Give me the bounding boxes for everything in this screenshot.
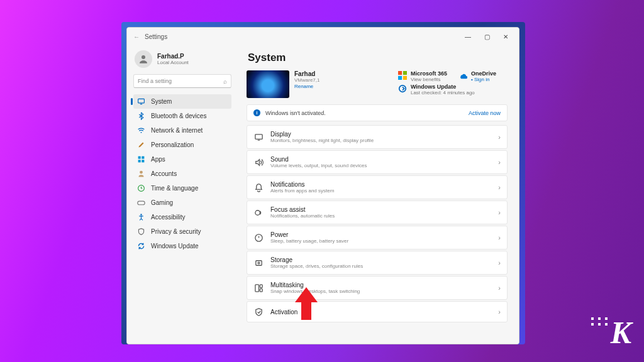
svg-rect-13: [403, 76, 407, 80]
setting-card-power[interactable]: PowerSleep, battery usage, battery saver…: [247, 226, 508, 250]
sidebar-item-network-internet[interactable]: Network & internet: [133, 123, 231, 138]
rename-link[interactable]: Rename: [294, 84, 319, 89]
alert-text: Windows isn't activated.: [265, 110, 326, 116]
card-icon: [253, 233, 264, 243]
activate-link[interactable]: Activate now: [469, 110, 501, 116]
search-input[interactable]: Find a setting ⌕: [133, 74, 231, 88]
close-button[interactable]: ✕: [496, 28, 515, 45]
setting-card-focus-assist[interactable]: Focus assistNotifications, automatic rul…: [247, 200, 508, 224]
update-icon: [137, 242, 145, 250]
user-sub: Local Account: [157, 60, 189, 65]
sidebar-item-label: Gaming: [151, 199, 173, 206]
search-icon: ⌕: [223, 78, 227, 85]
chevron-right-icon: ›: [498, 209, 501, 216]
sidebar-item-label: Apps: [151, 156, 165, 163]
svg-rect-8: [138, 201, 145, 205]
sidebar-item-system[interactable]: System: [133, 94, 231, 109]
window-title: Settings: [145, 33, 167, 40]
setting-card-multitasking[interactable]: MultitaskingSnap windows, desktops, task…: [247, 276, 508, 300]
card-icon: [253, 307, 264, 317]
setting-card-sound[interactable]: SoundVolume levels, output, input, sound…: [247, 150, 508, 174]
desktop-wallpaper: ← Settings — ▢ ✕ Farhad.P Local Account: [121, 22, 525, 344]
top-row: Farhad VMware7,1 Rename Microsoft 365Vie…: [247, 70, 508, 98]
settings-list: DisplayMonitors, brightness, night light…: [247, 125, 508, 322]
chevron-right-icon: ›: [498, 158, 501, 166]
svg-rect-11: [403, 71, 407, 75]
svg-rect-22: [260, 288, 262, 292]
chevron-right-icon: ›: [498, 308, 501, 315]
svg-point-16: [255, 210, 260, 215]
sidebar-item-label: Bluetooth & devices: [151, 112, 206, 119]
card-icon: [253, 207, 264, 217]
setting-card-storage[interactable]: StorageStorage space, drives, configurat…: [247, 251, 508, 275]
sidebar-item-windows-update[interactable]: Windows Update: [133, 239, 231, 253]
sidebar-item-accounts[interactable]: Accounts: [133, 167, 231, 181]
pc-vm: VMware7,1: [294, 77, 319, 83]
setting-card-activation[interactable]: Activation›: [247, 301, 508, 322]
sidebar-item-time-language[interactable]: Time & language: [133, 181, 231, 195]
tile-onedrive[interactable]: OneDrive• Sign in: [458, 70, 508, 82]
onedrive-icon: [458, 71, 467, 80]
apps-icon: [137, 155, 145, 163]
tile-windows-update[interactable]: Windows UpdateLast checked: 4 minutes ag…: [398, 84, 508, 96]
sidebar-item-apps[interactable]: Apps: [133, 152, 231, 167]
sidebar-item-label: Privacy & security: [151, 228, 201, 235]
svg-point-19: [258, 262, 260, 264]
sidebar-item-accessibility[interactable]: Accessibility: [133, 210, 231, 224]
brand-dots: [591, 317, 609, 326]
chevron-right-icon: ›: [498, 284, 501, 292]
tile-m365[interactable]: Microsoft 365View benefits: [398, 70, 447, 82]
settings-window: ← Settings — ▢ ✕ Farhad.P Local Account: [126, 27, 519, 344]
sidebar-item-gaming[interactable]: Gaming: [133, 195, 231, 210]
svg-point-6: [140, 171, 143, 174]
svg-rect-10: [398, 71, 402, 75]
pen-icon: [137, 141, 145, 149]
user-block[interactable]: Farhad.P Local Account: [133, 48, 231, 73]
sidebar-item-label: Network & internet: [151, 127, 203, 134]
setting-card-notifications[interactable]: NotificationsAlerts from apps and system…: [247, 175, 508, 199]
about-pc[interactable]: Farhad VMware7,1 Rename: [247, 70, 319, 98]
chevron-right-icon: ›: [498, 259, 501, 266]
svg-point-9: [140, 214, 142, 215]
card-icon: [253, 182, 264, 192]
svg-rect-2: [138, 156, 141, 159]
nav-list: SystemBluetooth & devicesNetwork & inter…: [133, 94, 231, 253]
wifi-icon: [137, 126, 145, 134]
setting-card-display[interactable]: DisplayMonitors, brightness, night light…: [247, 125, 508, 149]
titlebar: ← Settings — ▢ ✕: [127, 28, 519, 45]
sidebar: Farhad.P Local Account Find a setting ⌕ …: [127, 45, 235, 344]
sidebar-item-bluetooth-devices[interactable]: Bluetooth & devices: [133, 109, 231, 123]
svg-rect-5: [142, 160, 144, 162]
svg-rect-4: [138, 160, 141, 162]
sidebar-item-privacy-security[interactable]: Privacy & security: [133, 224, 231, 239]
sidebar-item-label: Personalization: [151, 141, 194, 148]
svg-rect-12: [398, 76, 402, 80]
minimize-button[interactable]: —: [458, 28, 477, 45]
chevron-right-icon: ›: [498, 184, 501, 191]
maximize-button[interactable]: ▢: [477, 28, 496, 45]
clock-icon: [137, 184, 145, 192]
brand-logo: K: [611, 314, 630, 351]
svg-rect-20: [255, 284, 258, 291]
sidebar-item-personalization[interactable]: Personalization: [133, 138, 231, 152]
info-icon: i: [253, 109, 260, 116]
back-button[interactable]: ←: [131, 33, 142, 40]
shield-icon: [137, 228, 145, 236]
card-icon: [253, 258, 264, 268]
svg-rect-18: [255, 260, 261, 265]
update-icon: [398, 84, 407, 93]
pc-thumbnail: [247, 70, 289, 98]
page-title: System: [248, 52, 508, 64]
activation-alert[interactable]: i Windows isn't activated. Activate now: [247, 104, 508, 121]
card-icon: [253, 132, 264, 142]
m365-icon: [398, 71, 407, 80]
user-icon: [137, 170, 145, 178]
game-icon: [137, 199, 145, 207]
sidebar-item-label: Accessibility: [151, 214, 185, 221]
sidebar-item-label: Accounts: [151, 170, 177, 177]
chevron-right-icon: ›: [498, 133, 501, 141]
svg-rect-3: [142, 156, 144, 159]
svg-rect-15: [255, 134, 262, 139]
avatar-icon: [135, 50, 152, 68]
svg-point-0: [142, 55, 145, 59]
